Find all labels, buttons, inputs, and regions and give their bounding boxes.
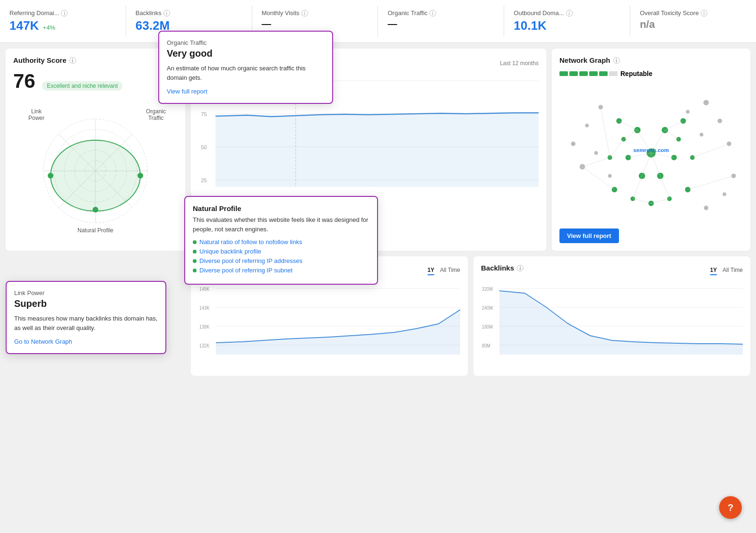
bl-time-toggle: 1Y All Time bbox=[710, 267, 743, 275]
authority-title: Authority Score bbox=[13, 56, 67, 64]
natural-list-item-3[interactable]: Diverse pool of referring IP addresses bbox=[193, 257, 369, 264]
toxicity-value: n/a bbox=[640, 18, 655, 30]
network-view-report-button[interactable]: View full report bbox=[559, 228, 619, 243]
link-tooltip-link[interactable]: Go to Network Graph bbox=[14, 338, 72, 345]
svg-point-31 bbox=[727, 142, 731, 146]
rd-alltime-btn[interactable]: All Time bbox=[440, 267, 460, 275]
svg-text:132K: 132K bbox=[199, 343, 210, 348]
referring-domains-info[interactable]: i bbox=[61, 10, 68, 17]
dot-4 bbox=[193, 269, 197, 272]
network-graph-card: Network Graph i Reputable bbox=[552, 49, 750, 251]
svg-line-65 bbox=[651, 153, 660, 176]
organic-traffic-label: Organic Traffic bbox=[387, 9, 427, 17]
help-button[interactable]: ? bbox=[719, 496, 742, 519]
natural-list-item-1[interactable]: Natural ratio of follow to nofollow link… bbox=[193, 238, 369, 245]
svg-text:143K: 143K bbox=[199, 305, 210, 311]
svg-text:149K: 149K bbox=[199, 287, 210, 292]
svg-text:50: 50 bbox=[201, 144, 207, 150]
svg-point-53 bbox=[630, 196, 635, 201]
rep-bar-5 bbox=[599, 71, 608, 76]
outbound-domains-info[interactable]: i bbox=[566, 10, 573, 17]
svg-line-66 bbox=[624, 130, 637, 139]
monthly-visits-value: — bbox=[262, 18, 271, 29]
svg-line-73 bbox=[633, 199, 651, 203]
referring-domains-value: 147K bbox=[9, 18, 39, 33]
svg-point-30 bbox=[686, 110, 690, 114]
svg-line-72 bbox=[660, 176, 669, 199]
natural-item-1-text: Natural ratio of follow to nofollow link… bbox=[199, 238, 302, 245]
dot-2 bbox=[193, 250, 197, 254]
radar-chart: Link Power Organic Traffic Natural Profi… bbox=[20, 105, 171, 237]
natural-list-item-4[interactable]: Diverse pool of referring IP subnet bbox=[193, 267, 369, 274]
natural-item-3-text: Diverse pool of referring IP addresses bbox=[199, 257, 302, 264]
svg-text:Traffic: Traffic bbox=[148, 115, 164, 121]
svg-point-32 bbox=[700, 133, 704, 136]
natural-profile-tooltip: Natural Profile This evaluates whether t… bbox=[184, 196, 378, 285]
svg-point-34 bbox=[585, 124, 589, 127]
svg-line-68 bbox=[665, 130, 679, 139]
svg-line-75 bbox=[601, 107, 610, 158]
natural-item-4-text: Diverse pool of referring IP subnet bbox=[199, 267, 292, 274]
svg-line-78 bbox=[688, 176, 734, 190]
bl-alltime-btn[interactable]: All Time bbox=[722, 267, 743, 275]
svg-line-67 bbox=[619, 121, 637, 130]
organic-tooltip-title: Very good bbox=[167, 48, 325, 59]
natural-list-item-2[interactable]: Unique backlink profile bbox=[193, 248, 369, 255]
svg-point-12 bbox=[93, 207, 98, 212]
rd-time-toggle: 1Y All Time bbox=[428, 267, 460, 275]
authority-info[interactable]: i bbox=[69, 57, 76, 64]
natural-item-2-text: Unique backlink profile bbox=[199, 248, 261, 255]
natural-tooltip-title: Natural Profile bbox=[193, 204, 369, 212]
svg-text:Link: Link bbox=[31, 108, 42, 115]
bl-chart-title: Backlinks i bbox=[481, 264, 524, 272]
link-tooltip-label: Link Power bbox=[14, 289, 158, 296]
bl-chart-svg: 320M 240M 160M 80M bbox=[481, 281, 743, 366]
toxicity-label: Overall Toxicity Score bbox=[640, 9, 699, 17]
domain-label: semrush.com bbox=[633, 147, 669, 153]
reputable-label: Reputable bbox=[620, 70, 653, 77]
bl-1y-btn[interactable]: 1Y bbox=[710, 267, 717, 275]
toxicity-info[interactable]: i bbox=[701, 10, 707, 17]
referring-domains-change: +4% bbox=[43, 24, 55, 31]
metric-outbound-domains: Outbound Doma... i 10.1K bbox=[504, 6, 630, 37]
referring-domains-label: Referring Domai... bbox=[9, 9, 59, 17]
svg-point-35 bbox=[571, 142, 576, 146]
svg-point-40 bbox=[722, 192, 726, 196]
organic-traffic-info[interactable]: i bbox=[430, 10, 436, 17]
outbound-domains-label: Outbound Doma... bbox=[514, 9, 564, 17]
svg-marker-88 bbox=[216, 310, 460, 355]
svg-point-36 bbox=[594, 151, 598, 155]
link-power-tooltip: Link Power Superb This measures how many… bbox=[6, 281, 166, 354]
organic-tooltip-link[interactable]: View full report bbox=[167, 88, 207, 95]
network-info[interactable]: i bbox=[613, 57, 620, 64]
backlinks-chart-info[interactable]: i bbox=[517, 265, 524, 271]
rd-1y-btn[interactable]: 1Y bbox=[428, 267, 435, 275]
dot-3 bbox=[193, 259, 197, 263]
network-title: Network Graph bbox=[559, 56, 610, 64]
svg-point-29 bbox=[718, 118, 722, 123]
network-svg: semrush.com bbox=[559, 82, 743, 224]
link-tooltip-desc: This measures how many backlinks this do… bbox=[14, 314, 158, 332]
monthly-visits-label: Monthly Visits bbox=[262, 9, 300, 17]
reputable-badge: Reputable bbox=[559, 70, 743, 77]
svg-text:75: 75 bbox=[201, 111, 207, 117]
rep-bar-6 bbox=[609, 71, 618, 76]
authority-chart-time: Last 12 months bbox=[500, 60, 539, 67]
outbound-domains-value: 10.1K bbox=[514, 18, 546, 33]
svg-text:25: 25 bbox=[201, 178, 207, 183]
natural-tooltip-list: Natural ratio of follow to nofollow link… bbox=[193, 238, 369, 274]
metric-referring-domains: Referring Domai... i 147K +4% bbox=[0, 6, 126, 37]
authority-badge: Excellent and niche relevant bbox=[42, 81, 122, 91]
svg-text:Organic: Organic bbox=[146, 108, 166, 115]
svg-point-10 bbox=[48, 173, 53, 178]
svg-point-46 bbox=[671, 155, 677, 161]
dot-1 bbox=[193, 240, 197, 244]
organic-tooltip-desc: An estimate of how much organic search t… bbox=[167, 64, 325, 82]
link-tooltip-title: Superb bbox=[14, 298, 158, 309]
rep-bar-1 bbox=[559, 71, 568, 76]
natural-tooltip-desc: This evaluates whether this website feel… bbox=[193, 215, 369, 234]
svg-point-9 bbox=[51, 140, 140, 211]
monthly-visits-info[interactable]: i bbox=[301, 10, 308, 17]
backlinks-info[interactable]: i bbox=[163, 10, 170, 17]
svg-line-69 bbox=[665, 121, 683, 130]
